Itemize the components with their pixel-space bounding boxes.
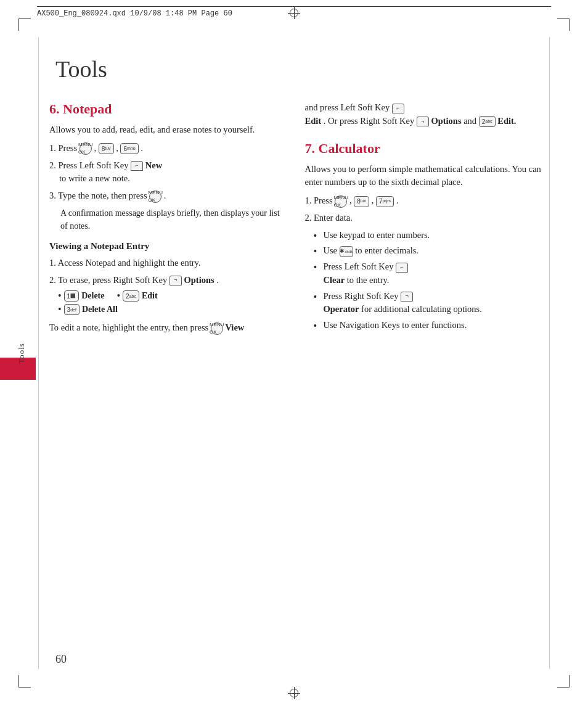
edit-note-view: View [225, 322, 244, 332]
key-star-shift: ✱shift [340, 246, 353, 257]
key-left-soft-3: ⌐ [396, 263, 408, 273]
bullet-operator: Press Right Soft Key ¬ Operator for addi… [314, 290, 542, 317]
notepad-step-2: 2. Press Left Soft Key ⌐ New to write a … [49, 159, 287, 186]
bullet-clear-bold: Clear [324, 275, 345, 285]
bullet-delete-all: 3def Delete All [58, 304, 118, 315]
key-2abc-2: 2abc [479, 116, 496, 127]
key-left-soft-1: ⌐ [131, 161, 143, 171]
bullet-nav: Use Navigation Keys to enter functions. [314, 319, 542, 332]
step-2-bold: New [145, 160, 162, 170]
step-2-text: 2. Press Left Soft Key [49, 160, 131, 170]
cont-bold2: Options [431, 116, 461, 126]
calc-step-1-period: . [396, 195, 399, 205]
cont-text2: . Or press Right Soft Key [324, 116, 417, 126]
notepad-confirmation: A confirmation message displays briefly,… [60, 207, 287, 232]
crop-mark-bl-v [18, 675, 19, 688]
cont-text1: and press Left Soft Key [305, 102, 392, 112]
crop-mark-tl-v [18, 18, 19, 31]
viewing-step-2-period: . [216, 275, 219, 285]
key-2abc-1: 2abc [123, 290, 139, 302]
key-menu-ok-2: MENUOK [149, 191, 161, 203]
bullet-op-bold: Operator [324, 304, 359, 314]
crop-mark-tl-h [18, 18, 31, 19]
crop-mark-br-v [569, 675, 570, 688]
bullet-keypad-text: Use keypad to enter numbers. [324, 230, 430, 240]
notepad-step-3: 3. Type the note, then press MENUOK . [49, 189, 287, 203]
key-3def: 3def [64, 304, 80, 315]
edit-label: Edit [142, 291, 158, 301]
key-menu-ok-3: MENUOK [211, 322, 223, 335]
step-2-text2: to write a new note. [59, 173, 130, 183]
delete-all-label: Delete All [82, 305, 118, 314]
bullet-op-text1: Press Right Soft Key [324, 291, 401, 301]
sidebar-label: Tools [17, 343, 27, 364]
calc-step-1-comma-1: , [349, 195, 354, 205]
viewing-step-1-text: 1. Access Notepad and highlight the entr… [49, 258, 201, 268]
bullet-delete: 1⬛ Delete [58, 290, 104, 302]
reg-mark-bottom [290, 689, 298, 697]
bullet-op-text2: for additional calculating options. [361, 304, 482, 314]
right-column: and press Left Soft Key ⌐ Edit . Or pres… [305, 101, 542, 340]
crop-mark-br-h [557, 687, 570, 688]
calc-step-1-comma-2: , [372, 195, 376, 205]
step-1-comma-2: , [116, 143, 120, 153]
bullet-clear: Press Left Soft Key ⌐ Clear to the entry… [314, 260, 542, 287]
notepad-intro: Allows you to add, read, edit, and erase… [49, 123, 287, 137]
viewing-step-2-text: 2. To erase, press Right Soft Key [49, 275, 169, 285]
bullet-clear-text2: to the entry. [347, 275, 390, 285]
viewing-notepad-heading: Viewing a Notepad Entry [49, 241, 287, 252]
step-3-period: . [164, 191, 166, 200]
notepad-section-title: 6. Notepad [49, 101, 287, 117]
bullet-star-text: Use [324, 245, 340, 255]
page-header: AX500_Eng_080924.qxd 10/9/08 1:48 PM Pag… [37, 6, 551, 18]
key-right-soft-3: ¬ [401, 292, 413, 302]
delete-all-row: 3def Delete All [58, 304, 287, 315]
calculator-section-title: 7. Calculator [305, 141, 542, 157]
key-6mno: 6mno [120, 143, 138, 154]
bullet-nav-text: Use Navigation Keys to enter functions. [324, 320, 467, 330]
calc-step-1: 1. Press MENUOK , 8tuv , 7pqrs . [305, 194, 542, 208]
key-menu-ok-4: MENUOK [335, 195, 347, 208]
key-menu-ok-1: MENUOK [80, 142, 92, 155]
key-left-soft-2: ⌐ [392, 104, 404, 113]
columns: 6. Notepad Allows you to add, read, edit… [49, 101, 542, 340]
delete-edit-row: 1⬛ Delete 2abc Edit [58, 290, 287, 302]
crop-mark-bl-h [18, 687, 31, 688]
delete-label: Delete [81, 291, 104, 301]
key-1sub: 1⬛ [64, 290, 80, 302]
bullet-star: Use ✱shift to enter decimals. [314, 244, 542, 258]
calc-step-1-num: 1. Press [305, 195, 335, 205]
bullet-keypad: Use keypad to enter numbers. [314, 229, 542, 242]
viewing-step-2-bold: Options [184, 275, 214, 285]
sidebar-left-line [38, 37, 39, 669]
page-title: Tools [55, 55, 542, 83]
main-content: Tools 6. Notepad Allows you to add, read… [49, 37, 542, 669]
key-right-soft-2: ¬ [417, 117, 429, 126]
key-7pqrs: 7pqrs [376, 196, 394, 207]
crop-mark-tr-v [569, 18, 570, 31]
bullet-clear-text1: Press Left Soft Key [324, 261, 396, 271]
cont-bold3: Edit. [497, 116, 516, 126]
cont-text3: and [463, 116, 479, 126]
cont-bold1: Edit [305, 116, 322, 126]
sidebar-right-line [549, 37, 550, 669]
step-3-text: 3. Type the note, then press [49, 191, 149, 200]
notepad-step-1: 1. Press MENUOK , 8tuv , 6mno . [49, 142, 287, 155]
key-right-soft-1: ¬ [169, 276, 182, 285]
viewing-step-2: 2. To erase, press Right Soft Key ¬ Opti… [49, 274, 287, 287]
calculator-intro: Allows you to perform simple mathematica… [305, 163, 542, 190]
key-8tuv-2: 8tuv [354, 196, 369, 207]
calc-bullet-list: Use keypad to enter numbers. Use ✱shift … [314, 229, 542, 332]
viewing-step-1: 1. Access Notepad and highlight the entr… [49, 257, 287, 270]
calc-step-2-text: 2. Enter data. [305, 213, 353, 223]
bullet-edit: 2abc Edit [116, 290, 157, 302]
step-1-comma-1: , [94, 143, 98, 153]
edit-note-para: To edit a note, highlight the entry, the… [49, 321, 287, 335]
calc-step-2: 2. Enter data. [305, 211, 542, 225]
edit-note-text: To edit a note, highlight the entry, the… [49, 322, 211, 332]
step-1-num: 1. Press [49, 143, 80, 153]
step-1-period: . [141, 143, 143, 153]
continuation-para: and press Left Soft Key ⌐ Edit . Or pres… [305, 101, 542, 128]
left-column: 6. Notepad Allows you to add, read, edit… [49, 101, 287, 340]
bullet-star-text2: to enter decimals. [355, 245, 419, 255]
